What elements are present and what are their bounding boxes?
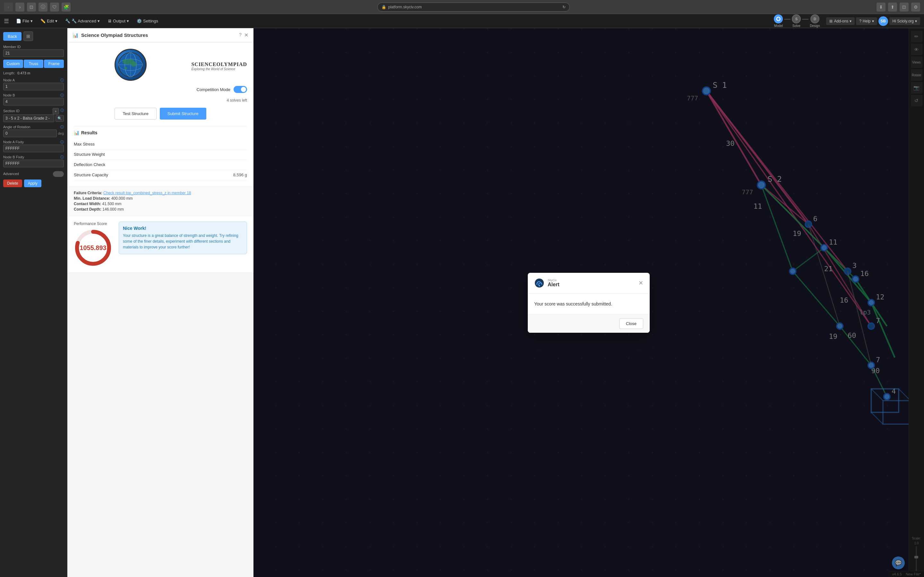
- share-icon[interactable]: ⬆: [888, 3, 897, 11]
- type-truss-btn[interactable]: Truss: [24, 60, 44, 68]
- forward-nav-btn[interactable]: ›: [15, 3, 24, 11]
- type-custom-btn[interactable]: Custom: [3, 60, 23, 68]
- angle-info-icon[interactable]: ⓘ: [60, 125, 64, 129]
- addons-menu[interactable]: ⊞Add-ons▾: [826, 17, 855, 25]
- result-label-weight: Structure Weight: [74, 152, 105, 157]
- user-menu[interactable]: Hi Scioly.org▾: [889, 17, 920, 25]
- failure-criteria-label: Failure Criteria:: [74, 191, 102, 195]
- menu-output[interactable]: 🖥 Output ▾: [104, 17, 132, 25]
- modal-message: Your score was successfully submitted.: [534, 301, 612, 306]
- extension-icon[interactable]: 🧩: [61, 3, 71, 11]
- member-type-section: Custom Truss Frame: [3, 60, 64, 68]
- section-search-btn[interactable]: 🔍: [55, 115, 64, 122]
- result-label-deflection: Deflection Check: [74, 162, 105, 167]
- failure-criteria-link[interactable]: Check result top_combined_stress_z in me…: [103, 191, 191, 195]
- menu-settings[interactable]: ⚙️ Settings: [134, 17, 162, 25]
- result-label-capacity: Structure Capacity: [74, 172, 108, 177]
- panel-close-btn[interactable]: ✕: [244, 32, 248, 38]
- sidebar-top: Back ⊞: [3, 31, 64, 41]
- node-b-fixity-info[interactable]: ⓘ: [60, 155, 64, 160]
- info-btn[interactable]: ⓘ: [39, 3, 47, 11]
- length-section: Length: 0.473 m: [3, 71, 64, 75]
- nice-work-title: Nice Work!: [123, 226, 243, 231]
- node-b-info-icon[interactable]: ⓘ: [60, 93, 64, 98]
- advanced-section: Advanced: [3, 171, 64, 177]
- reload-icon[interactable]: ↻: [562, 5, 565, 9]
- node-a-fixity-info[interactable]: ⓘ: [60, 140, 64, 145]
- workflow-model[interactable]: Model: [774, 15, 783, 27]
- advanced-label: Advanced: [3, 172, 19, 176]
- menu-edit[interactable]: ✏️ Edit ▾: [37, 17, 61, 25]
- nice-work-text: Your structure is a great balance of str…: [123, 233, 243, 250]
- canvas-area: 30 11 19 21 16 60 lp3 90 S 1 777 S 2 777…: [254, 28, 924, 577]
- type-toggle-group: Custom Truss Frame: [3, 60, 64, 68]
- failure-section: Failure Criteria: Check result top_combi…: [67, 187, 254, 216]
- panel-help-btn[interactable]: ?: [239, 32, 242, 38]
- main-layout: Back ⊞ Member ID 21 Custom Truss Frame L…: [0, 28, 924, 577]
- angle-input[interactable]: [3, 129, 57, 137]
- workflow-solve[interactable]: S Solve: [792, 15, 801, 27]
- advanced-toggle[interactable]: [53, 171, 64, 177]
- sos-globe-logo: [115, 49, 147, 81]
- node-a-info-icon[interactable]: ⓘ: [60, 78, 64, 83]
- competition-mode-toggle[interactable]: [234, 86, 247, 93]
- section-id-input[interactable]: [3, 114, 54, 122]
- back-button[interactable]: Back: [3, 32, 21, 41]
- node-b-section: Node B ⓘ: [3, 93, 64, 105]
- download-icon[interactable]: ⬇: [877, 3, 885, 11]
- competition-row: Competition Mode: [74, 86, 247, 93]
- node-b-fixity-section: Node B Fixity ⓘ: [3, 155, 64, 167]
- sos-content: SCIENCEOLYMPIAD Exploring the World of S…: [67, 42, 254, 187]
- modal-logo-text: SkyCiv: [548, 279, 559, 282]
- apply-button[interactable]: Apply: [24, 179, 41, 187]
- section-id-section: Section ID + ⓘ 🔍: [3, 108, 64, 122]
- section-id-info-icon[interactable]: ⓘ: [60, 108, 64, 114]
- node-a-section: Node A ⓘ: [3, 78, 64, 90]
- type-frame-btn[interactable]: Frame: [44, 60, 64, 68]
- menu-advanced[interactable]: 🔧🔧 Advanced▾: [62, 17, 103, 25]
- section-id-row: 🔍: [3, 114, 64, 122]
- modal-overlay: SkyCiv Alert ✕ Your score was successful…: [254, 28, 924, 577]
- workflow-design[interactable]: D Design: [810, 15, 820, 27]
- results-table: Max Stress Structure Weight Deflection C…: [74, 139, 247, 180]
- node-a-label: Node A: [3, 78, 15, 82]
- modal-close-x-btn[interactable]: ✕: [638, 279, 643, 287]
- min-load-row: Min. Load Distance: 400.000 mm: [74, 196, 247, 201]
- address-bar[interactable]: 🔒 platform.skyciv.com ↻: [377, 3, 570, 11]
- node-b-fixity-input[interactable]: [3, 160, 64, 167]
- result-label-max-stress: Max Stress: [74, 142, 95, 147]
- modal-header: SkyCiv Alert ✕: [528, 273, 650, 293]
- node-a-fixity-label: Node A Fixity: [3, 140, 24, 144]
- app-header: ☰ 📄 File ▾ ✏️ Edit ▾ 🔧🔧 Advanced▾ 🖥 Outp…: [0, 14, 924, 28]
- user-avatar[interactable]: SB: [879, 16, 888, 26]
- results-section: 📊 Results Max Stress Structure Weight: [74, 126, 247, 180]
- min-load-label: Min. Load Distance:: [74, 196, 110, 201]
- delete-button[interactable]: Delete: [3, 179, 22, 187]
- modal-body: Your score was successfully submitted.: [528, 293, 650, 314]
- modal-title: Alert: [548, 282, 559, 287]
- node-a-fixity-input[interactable]: [3, 145, 64, 152]
- test-structure-button[interactable]: Test Structure: [115, 108, 156, 119]
- help-menu[interactable]: ?Help▾: [856, 17, 877, 25]
- tab-overview-btn[interactable]: ⊡: [27, 3, 36, 11]
- results-title: 📊 Results: [74, 130, 247, 135]
- settings-icon[interactable]: ⚙: [911, 3, 920, 11]
- svg-point-0: [776, 17, 780, 21]
- back-nav-btn[interactable]: ‹: [4, 3, 13, 11]
- workflow-steps: Model S Solve D Design: [774, 15, 820, 27]
- grid-toggle-button[interactable]: ⊞: [23, 31, 33, 41]
- shield-icon[interactable]: 🛡: [50, 3, 59, 11]
- menu-file[interactable]: 📄 File ▾: [13, 17, 36, 25]
- member-id-select[interactable]: 21: [3, 49, 64, 57]
- node-b-input[interactable]: [3, 98, 64, 105]
- fullscreen-icon[interactable]: ⊡: [900, 3, 909, 11]
- submit-structure-button[interactable]: Submit Structure: [160, 108, 206, 119]
- hamburger-menu[interactable]: ☰: [4, 18, 9, 25]
- min-load-value: 400.000 mm: [111, 196, 133, 201]
- section-add-btn[interactable]: +: [53, 108, 59, 114]
- angle-unit: deg: [58, 131, 64, 135]
- panel-scroll: SCIENCEOLYMPIAD Exploring the World of S…: [67, 42, 254, 577]
- modal-close-button[interactable]: Close: [619, 318, 643, 329]
- node-a-input[interactable]: [3, 83, 64, 90]
- node-b-fixity-label: Node B Fixity: [3, 155, 24, 159]
